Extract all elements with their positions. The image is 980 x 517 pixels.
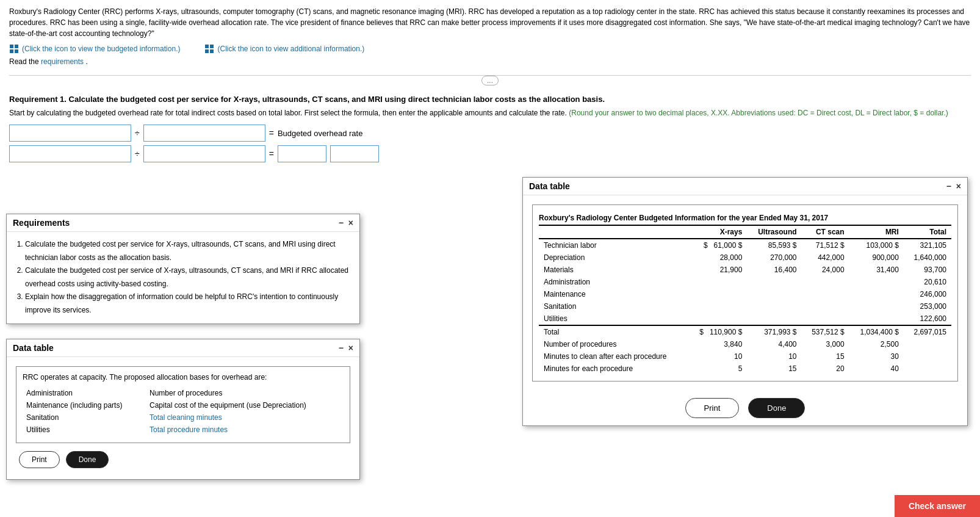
formula-row-2: ÷ =: [9, 145, 971, 162]
additional-info-text: (Click the icon to view additional infor…: [217, 45, 364, 53]
req-label: Requirement 1.: [9, 95, 67, 104]
additional-info-link[interactable]: (Click the icon to view additional infor…: [204, 44, 364, 54]
svg-rect-1: [15, 45, 18, 48]
divider: ...: [9, 75, 971, 85]
svg-rect-5: [210, 45, 214, 48]
divider-dots: ...: [481, 76, 499, 85]
formula-op-4: =: [269, 149, 274, 159]
formula-input-3[interactable]: [9, 145, 131, 162]
green-instruction: (Round your answer to two decimal places…: [569, 109, 948, 117]
requirement-title: Requirement 1. Calculate the budgeted co…: [9, 95, 971, 104]
formula-input-4[interactable]: [143, 145, 265, 162]
req-text: Calculate the budgeted cost per service …: [69, 95, 605, 104]
formula-label: Budgeted overhead rate: [278, 129, 363, 138]
intro-text: Roxbury's Radiology Center (RRC) perform…: [9, 6, 971, 39]
svg-rect-0: [10, 45, 13, 48]
formula-row-1: ÷ = Budgeted overhead rate: [9, 125, 971, 142]
formula-result-2[interactable]: [330, 145, 379, 162]
grid-icon-2: [204, 44, 214, 54]
read-requirements-line: Read the requirements .: [9, 57, 971, 66]
formula-op-2: =: [269, 128, 274, 138]
svg-rect-3: [15, 49, 18, 53]
svg-rect-4: [205, 45, 209, 48]
formula-result-1[interactable]: [278, 145, 326, 162]
svg-rect-6: [205, 49, 209, 53]
budgeted-info-link[interactable]: (Click the icon to view the budgeted inf…: [9, 44, 180, 54]
formula-op-3: ÷: [135, 149, 140, 159]
requirements-link[interactable]: requirements: [41, 57, 84, 66]
instruction-text: Start by calculating the budgeted overhe…: [9, 107, 971, 118]
grid-icon-1: [9, 44, 19, 54]
formula-input-1[interactable]: [9, 125, 131, 142]
formula-op-1: ÷: [135, 128, 140, 138]
formula-input-2[interactable]: [143, 125, 265, 142]
svg-rect-2: [10, 49, 13, 53]
svg-rect-7: [210, 49, 214, 53]
budgeted-info-text: (Click the icon to view the budgeted inf…: [22, 45, 180, 53]
